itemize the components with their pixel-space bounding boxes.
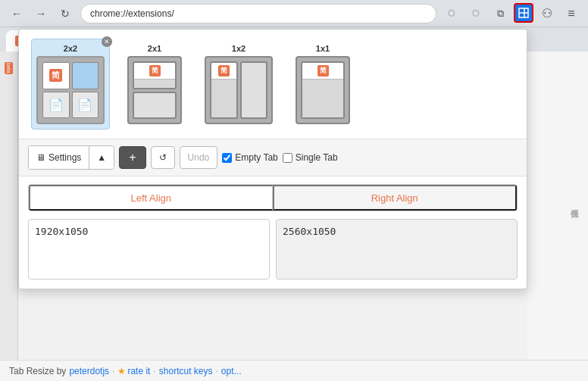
thumb-inner-left-1x2: 简 [210,61,238,119]
thumb-bottom-2x1 [134,80,175,88]
thumb-cell-doc-2: 📄 [72,92,99,119]
thumb-inner-right-1x2 [240,61,268,119]
thumb-top-1x1: 简 [302,63,343,80]
popup-panel: ✕ 2x2 简 📄 📄 2x1 简 [18,29,527,289]
add-button[interactable]: + [119,146,145,169]
jian-icon-2x1: 简 [149,65,161,77]
ext-icon-resize-active[interactable] [514,3,533,23]
jian-icon-1x2: 简 [218,65,230,77]
layout-option-2x1[interactable]: 2x1 简 [122,39,187,130]
settings-button[interactable]: 🖥 Settings [29,146,89,169]
undo-button[interactable]: Undo [180,146,218,169]
thumb-top-1x2: 简 [211,63,236,80]
ext-icon-2[interactable]: ⬡ [465,3,486,24]
left-align-label: Left Align [131,192,172,204]
beta-badge: beta [5,62,13,74]
settings-expand-button[interactable]: ▲ [89,146,114,169]
footer-shortcut-link[interactable]: shortcut keys [159,366,213,376]
single-tab-checkbox-group[interactable]: Single Tab [283,152,338,163]
layout-label-1x1: 1x1 [316,44,330,53]
resolution-input-2[interactable]: 2560x1050 [276,219,518,280]
browser-bar: ← → ↻ chrome://extensions/ ⬡ ⬡ ⧉ ⚇ ≡ [0,0,588,27]
footer-sep-1: · [112,366,114,376]
thumb-cell-doc-1: 📄 [42,92,70,119]
layout-label-1x2: 1x2 [232,44,246,53]
resize-icon-svg [518,8,529,18]
thumb-inner-bottom-2x1 [133,92,177,120]
thumb-2x1: 简 [127,56,182,124]
left-sidebar: 页面 beta [0,52,18,381]
browser-actions: ⬡ ⬡ ⧉ ⚇ ≡ [441,3,582,24]
empty-tab-label: Empty Tab [235,152,277,163]
layout-option-1x1[interactable]: 1x1 简 [290,39,355,130]
empty-tab-checkbox-group[interactable]: Empty Tab [222,152,277,163]
footer-sep-2: · [153,366,155,376]
forward-button[interactable]: → [30,3,52,24]
footer-star: ★ [117,366,126,376]
settings-label: Settings [48,152,81,163]
footer-author-link[interactable]: peterdotjs [69,366,109,376]
thumb-inner-top-2x1: 简 [133,61,177,89]
thumb-body-1x1 [302,80,343,117]
footer-options-link[interactable]: opt... [221,366,242,376]
chevron-up-icon: ▲ [97,152,106,163]
left-align-button[interactable]: Left Align [29,185,273,211]
ext-icon-1[interactable]: ⬡ [441,3,462,24]
browser-controls: ← → ↻ [6,3,76,24]
monitor-icon: 🖥 [36,152,45,163]
refresh-button[interactable]: ↻ [55,3,76,24]
thumb-top-icon-2x1: 简 [134,63,175,80]
single-tab-checkbox[interactable] [283,153,292,163]
resolution-row: 1920x1050 2560x1050 [28,219,518,280]
footer-bar: Tab Resize by peterdotjs · ★ rate it · s… [0,360,588,381]
right-area: 什么值得买 [527,52,588,360]
thumb-body-1x2 [211,80,236,117]
layout-label-2x1: 2x1 [148,44,161,53]
footer-sep-3: · [215,366,217,376]
thumb-cell-icon: 简 [42,62,70,89]
thumb-cell-blue-1 [72,62,99,89]
thumb-1x2: 简 [205,56,273,124]
refresh-layout-button[interactable]: ↺ [151,146,175,169]
footer-rate-link[interactable]: rate it [127,366,150,376]
refresh-icon: ↺ [159,152,167,163]
toolbar-row: 🖥 Settings ▲ + ↺ Undo Empty Tab Single T… [19,139,527,176]
layout-option-1x2[interactable]: 1x2 简 [199,39,278,130]
jian-icon-1: 简 [49,69,62,82]
sidebar-tab-label[interactable]: 页面 [2,55,15,61]
profile-icon[interactable]: ⚇ [536,3,558,24]
empty-tab-checkbox[interactable] [222,153,232,163]
thumb-1x1: 简 [296,56,350,124]
thumb-2x2: 简 📄 📄 [36,56,105,124]
add-icon: + [129,151,136,164]
single-tab-label: Single Tab [296,152,338,163]
address-text: chrome://extensions/ [90,8,174,19]
close-2x2-button[interactable]: ✕ [102,36,112,47]
resolution-input-1[interactable]: 1920x1050 [28,219,270,280]
menu-icon[interactable]: ≡ [561,3,582,24]
align-row: Left Align Right Align [28,184,518,211]
ext-icon-puzzle[interactable]: ⧉ [489,3,511,24]
settings-group: 🖥 Settings ▲ [28,145,114,170]
undo-label: Undo [188,152,210,163]
jian-icon-1x1: 简 [317,65,329,77]
right-align-label: Right Align [371,192,418,204]
layout-options-row: ✕ 2x2 简 📄 📄 2x1 简 [19,30,527,139]
address-bar[interactable]: chrome://extensions/ [80,4,436,23]
thumb-inner-1x1: 简 [301,61,345,119]
back-button[interactable]: ← [6,3,27,24]
layout-label-2x2: 2x2 [64,44,77,53]
right-align-button[interactable]: Right Align [273,185,518,211]
layout-option-2x2[interactable]: ✕ 2x2 简 📄 📄 [31,39,110,130]
footer-brand: Tab Resize by [9,366,66,376]
